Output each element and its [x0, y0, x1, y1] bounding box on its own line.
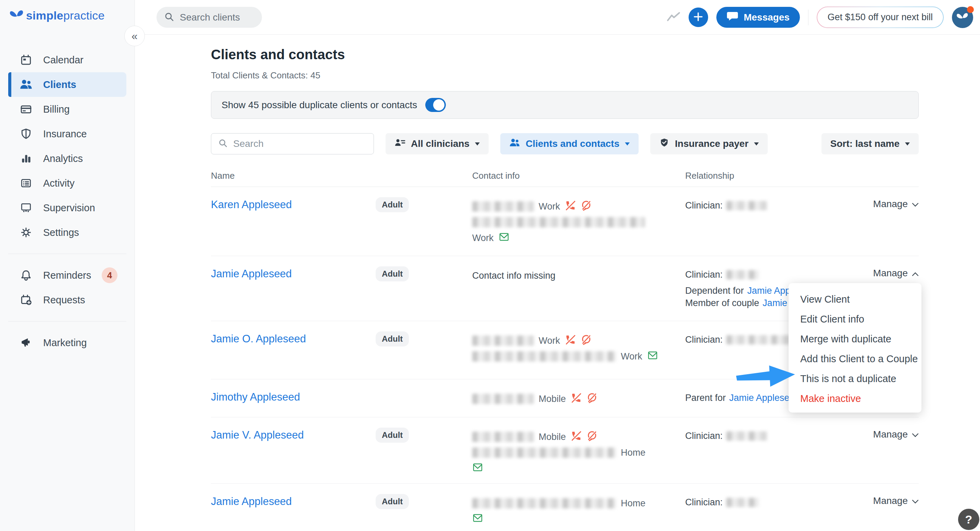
- avatar[interactable]: [952, 7, 973, 28]
- butterfly-avatar-icon: [956, 11, 969, 24]
- table-row: Jamie V. Appleseed Adult Mobile: [211, 417, 919, 484]
- manage-dropdown-menu: View Client Edit Client info Merge with …: [789, 283, 921, 413]
- sidebar-item-calendar[interactable]: Calendar: [8, 48, 126, 72]
- no-text-icon: [587, 392, 598, 406]
- payer-filter[interactable]: Insurance payer: [650, 133, 768, 154]
- clinicians-filter[interactable]: All clinicians: [385, 133, 488, 154]
- caret-down-icon: [754, 142, 759, 146]
- redacted-clinician: [726, 201, 767, 210]
- sidebar-nav: Calendar Clients Billing: [0, 48, 135, 355]
- phone-type-label: Mobile: [539, 432, 566, 442]
- chevron-up-icon: [912, 268, 919, 279]
- clinician-label: Clinician:: [685, 200, 723, 211]
- analytics-icon: [19, 151, 33, 166]
- trend-icon[interactable]: [667, 12, 680, 23]
- duplicate-toggle[interactable]: [425, 98, 446, 112]
- table-row: Karen Appleseed Adult Work: [211, 187, 919, 256]
- column-header-relationship: Relationship: [685, 170, 919, 181]
- sidebar-item-marketing[interactable]: Marketing: [8, 331, 126, 355]
- shield-check-icon: [659, 137, 670, 151]
- email-icon: [472, 463, 483, 474]
- client-name-link[interactable]: Jamie O. Appleseed: [211, 333, 306, 345]
- sidebar-item-analytics[interactable]: Analytics: [8, 146, 126, 171]
- client-name-link[interactable]: Jamie Appleseed: [211, 495, 292, 507]
- no-text-icon: [587, 430, 598, 444]
- redacted-clinician: [726, 270, 759, 279]
- email-type-label: Home: [621, 447, 646, 458]
- sidebar-item-label: Requests: [43, 294, 85, 306]
- phone-type-label: Mobile: [539, 394, 566, 404]
- sidebar-item-activity[interactable]: Activity: [8, 171, 126, 196]
- promo-label: Get $150 off your next bill: [817, 7, 943, 27]
- contact-missing-label: Contact info missing: [472, 270, 555, 281]
- email-icon: [647, 351, 658, 362]
- client-name-link[interactable]: Jamie V. Appleseed: [211, 429, 304, 441]
- menu-item-not-a-duplicate[interactable]: This is not a duplicate: [789, 369, 921, 389]
- sidebar-item-label: Clients: [43, 79, 76, 91]
- manage-button[interactable]: Manage: [873, 429, 919, 440]
- payer-filter-label: Insurance payer: [675, 138, 749, 149]
- sidebar-item-label: Marketing: [43, 337, 87, 348]
- sidebar-item-supervision[interactable]: Supervision: [8, 196, 126, 220]
- sidebar-item-insurance[interactable]: Insurance: [8, 122, 126, 146]
- global-search-input[interactable]: [179, 12, 248, 23]
- no-call-icon: [565, 200, 576, 213]
- menu-item-add-to-couple[interactable]: Add this Client to a Couple: [789, 349, 921, 369]
- column-header-contact: Contact info: [472, 170, 685, 181]
- sidebar-item-billing[interactable]: Billing: [8, 97, 126, 122]
- promo-button[interactable]: Get $150 off your next bill: [817, 6, 944, 28]
- email-type-label: Work: [472, 233, 494, 243]
- client-name-link[interactable]: Jimothy Appleseed: [211, 391, 300, 403]
- help-button[interactable]: ?: [958, 509, 979, 530]
- megaphone-icon: [19, 335, 33, 350]
- client-search-input[interactable]: [232, 138, 356, 149]
- menu-item-make-inactive[interactable]: Make inactive: [789, 389, 921, 409]
- caret-down-icon: [475, 142, 480, 146]
- create-new-button[interactable]: [689, 8, 708, 27]
- sidebar-item-settings[interactable]: Settings: [8, 220, 126, 245]
- sidebar-item-label: Calendar: [43, 54, 84, 66]
- clinician-label: Clinician:: [685, 431, 723, 441]
- messages-label: Messages: [744, 12, 790, 23]
- sidebar-collapse-button[interactable]: «: [124, 26, 145, 46]
- sidebar-item-reminders[interactable]: Reminders 4: [8, 263, 126, 288]
- app-window: simplepractice Calendar: [0, 0, 980, 531]
- redacted-email: [472, 351, 616, 361]
- phone-type-label: Work: [539, 335, 560, 346]
- client-name-link[interactable]: Jamie Appleseed: [211, 268, 292, 280]
- topbar: Messages Get $150 off your next bill: [135, 0, 980, 35]
- brand-logo[interactable]: simplepractice: [10, 8, 105, 22]
- view-filter[interactable]: Clients and contacts: [500, 133, 639, 154]
- messages-button[interactable]: Messages: [716, 7, 800, 28]
- manage-button-open[interactable]: Manage: [873, 268, 919, 279]
- email-type-label: Home: [621, 498, 646, 509]
- menu-item-merge-with-duplicate[interactable]: Merge with duplicate: [789, 329, 921, 349]
- caret-down-icon: [625, 142, 630, 146]
- client-name-link[interactable]: Karen Appleseed: [211, 199, 292, 211]
- sort-dropdown[interactable]: Sort: last name: [821, 133, 919, 154]
- manage-button[interactable]: Manage: [873, 495, 919, 506]
- sidebar-item-requests[interactable]: Requests: [8, 288, 126, 312]
- sidebar-item-clients[interactable]: Clients: [8, 72, 126, 97]
- bell-icon: [19, 268, 33, 283]
- table-row: Jamie Appleseed Adult Home Clinici: [211, 484, 919, 531]
- sidebar-item-label: Settings: [43, 227, 79, 238]
- activity-icon: [19, 176, 33, 191]
- chat-bubble-icon: [727, 11, 738, 24]
- duplicate-banner: Show 45 possible duplicate clients or co…: [211, 91, 919, 119]
- relationship-label: Member of couple: [685, 298, 759, 308]
- redacted-phone: [472, 335, 534, 346]
- manage-button[interactable]: Manage: [873, 199, 919, 210]
- clinicians-filter-label: All clinicians: [411, 138, 469, 149]
- email-icon: [499, 232, 509, 244]
- billing-icon: [19, 102, 33, 117]
- menu-item-view-client[interactable]: View Client: [789, 289, 921, 309]
- menu-item-edit-client-info[interactable]: Edit Client info: [789, 309, 921, 329]
- global-search[interactable]: [156, 7, 262, 28]
- butterfly-logo-icon: [10, 8, 24, 22]
- gear-icon: [19, 225, 33, 240]
- calendar-plus-icon: [19, 293, 33, 307]
- chevron-down-icon: [912, 429, 919, 440]
- view-filter-label: Clients and contacts: [526, 138, 619, 149]
- client-search[interactable]: [211, 133, 374, 154]
